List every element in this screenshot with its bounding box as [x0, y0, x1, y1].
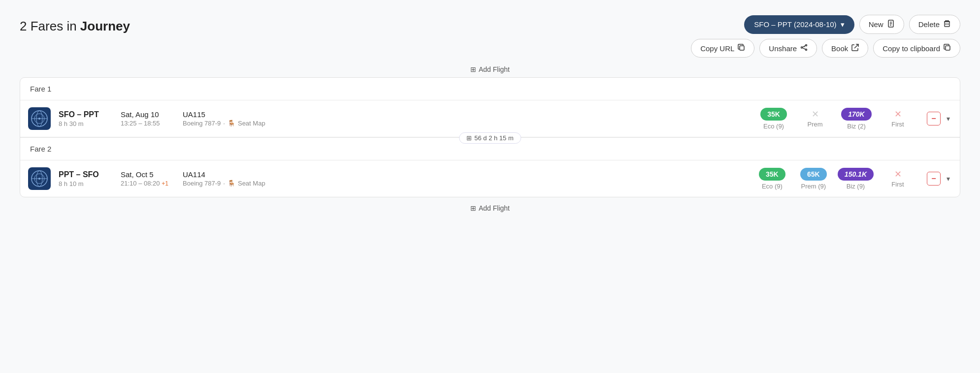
- new-label: New: [869, 20, 883, 29]
- fare-2-eco: 35K Eco (9): [755, 168, 789, 190]
- add-flight-top: ⊞ Add Flight: [20, 65, 960, 73]
- fare-1-row: SFO – PPT 8 h 30 m Sat, Aug 10 13:25 – 1…: [20, 100, 960, 137]
- journey-selector-button[interactable]: SFO – PPT (2024-08-10) ▾: [744, 15, 854, 34]
- fare-2-first-unavailable-icon: ✕: [894, 170, 902, 179]
- new-icon: [887, 20, 895, 29]
- fare-1-first-unavailable-icon: ✕: [894, 110, 902, 119]
- svg-line-14: [854, 44, 858, 48]
- svg-rect-4: [945, 22, 949, 27]
- fare-2-remove-button[interactable]: −: [927, 172, 941, 186]
- flight-1-date: Sat, Aug 10 13:25 – 18:55: [121, 110, 175, 127]
- copy-clipboard-button[interactable]: Copy to clipboard: [873, 39, 960, 58]
- time-gap-bubble: ⊞ 56 d 2 h 15 m: [459, 132, 521, 144]
- unshare-button[interactable]: Unshare: [759, 39, 817, 58]
- fare-2-classes: 35K Eco (9) 65K Prem (9) 150.1K Biz (9) …: [755, 168, 915, 190]
- fare-1-biz-label: Biz (2): [847, 123, 866, 130]
- separator-dot-2: ·: [223, 180, 225, 187]
- copy-url-button[interactable]: Copy URL: [691, 39, 754, 58]
- flight-2-route: PPT – SFO: [59, 170, 113, 179]
- fare-1-expand-button[interactable]: ▾: [945, 113, 952, 124]
- journey-selector-label: SFO – PPT (2024-08-10): [754, 20, 836, 29]
- flight-2-time-plus: +1: [162, 180, 168, 187]
- book-button[interactable]: Book: [822, 39, 868, 58]
- fare-2-row: PPT – SFO 8 h 10 m Sat, Oct 5 21:10 – 08…: [20, 160, 960, 197]
- copy-url-icon: [738, 44, 745, 53]
- add-flight-top-label: Add Flight: [479, 65, 510, 73]
- fare-1-first: ✕ First: [881, 110, 915, 128]
- delete-button[interactable]: Delete: [909, 15, 960, 34]
- seat-icon-1: 🪑: [228, 120, 235, 127]
- flight-1-time-value: 13:25 – 18:55: [121, 120, 160, 127]
- fare-2-biz: 150.1K Biz (9): [838, 168, 874, 190]
- fare-2-eco-label: Eco (9): [762, 183, 783, 190]
- fare-1-remove-button[interactable]: −: [927, 112, 941, 125]
- new-button[interactable]: New: [859, 15, 904, 34]
- flight-2-info: PPT – SFO 8 h 10 m: [59, 170, 113, 187]
- flight-2-aircraft: Boeing 787-9 · 🪑 Seat Map: [183, 180, 747, 187]
- svg-point-8: [806, 45, 807, 46]
- copy-clipboard-icon: [944, 44, 951, 53]
- fare-2-first-label: First: [891, 181, 904, 188]
- flight-1-duration: 8 h 30 m: [59, 120, 113, 127]
- flight-1-time: 13:25 – 18:55: [121, 120, 175, 127]
- time-gap-value: 56 d 2 h 15 m: [474, 134, 514, 142]
- fare-2-expand-button[interactable]: ▾: [945, 173, 952, 185]
- fare-2-biz-badge: 150.1K: [838, 168, 874, 181]
- fare-2-prem: 65K Prem (9): [796, 168, 831, 190]
- flight-1-number: UA115: [183, 110, 749, 119]
- secondary-actions-row: Copy URL Unshare: [691, 39, 960, 58]
- book-icon: [851, 44, 859, 53]
- chevron-down-icon: ▾: [841, 20, 845, 29]
- flight-2-number-block: UA114 Boeing 787-9 · 🪑 Seat Map: [183, 170, 747, 187]
- copy-clipboard-label: Copy to clipboard: [882, 44, 940, 53]
- fare-1-first-label: First: [891, 121, 904, 128]
- primary-actions-row: SFO – PPT (2024-08-10) ▾ New Delete: [744, 15, 960, 34]
- chevron-down-icon-1: ▾: [947, 115, 950, 123]
- svg-point-20: [38, 118, 40, 120]
- fare-1-header: Fare 1: [20, 78, 960, 100]
- fare-1-classes: 35K Eco (9) ✕ Prem 170K Biz (2) ✕ First: [756, 108, 915, 130]
- svg-rect-7: [740, 46, 744, 50]
- book-label: Book: [831, 44, 848, 53]
- add-flight-top-button[interactable]: ⊞ Add Flight: [470, 65, 510, 73]
- add-flight-bottom-label: Add Flight: [479, 204, 510, 212]
- seat-map-link-1[interactable]: Seat Map: [238, 120, 265, 127]
- seat-icon-2: 🪑: [228, 180, 235, 187]
- svg-line-13: [804, 46, 805, 48]
- title-bold: Journey: [80, 19, 130, 33]
- seat-map-label-2: Seat Map: [238, 180, 265, 187]
- svg-line-12: [803, 48, 806, 49]
- page-title: 2 Fares in Journey: [20, 19, 130, 34]
- plus-square-icon: ⊞: [470, 65, 476, 73]
- flight-2-date: Sat, Oct 5 21:10 – 08:20 +1: [121, 170, 175, 187]
- svg-point-10: [801, 47, 803, 48]
- fare-1-eco-badge: 35K: [760, 108, 787, 121]
- add-flight-bottom-button[interactable]: ⊞ Add Flight: [470, 204, 510, 212]
- fare-2-first: ✕ First: [881, 170, 915, 188]
- top-right-actions: SFO – PPT (2024-08-10) ▾ New Delete: [691, 15, 960, 58]
- minus-icon-2: −: [931, 174, 936, 183]
- fare-1-eco: 35K Eco (9): [756, 108, 791, 130]
- flight-1-number-block: UA115 Boeing 787-9 · 🪑 Seat Map: [183, 110, 749, 127]
- fare-count: 2: [20, 19, 27, 33]
- fare-1-header-label: Fare 1: [30, 85, 51, 93]
- flight-2-duration: 8 h 10 m: [59, 180, 113, 187]
- flight-1-info: SFO – PPT 8 h 30 m: [59, 110, 113, 127]
- fare-2-biz-label: Biz (9): [847, 183, 865, 190]
- airline-logo-2: [28, 167, 51, 190]
- chevron-down-icon-2: ▾: [947, 175, 950, 183]
- fare-1-prem-label: Prem: [807, 121, 822, 128]
- unshare-icon: [800, 44, 808, 53]
- plus-square-bottom-icon: ⊞: [470, 204, 476, 212]
- fare-1-prem: ✕ Prem: [798, 110, 832, 128]
- flight-1-aircraft: Boeing 787-9 · 🪑 Seat Map: [183, 120, 749, 127]
- fare-2-eco-badge: 35K: [759, 168, 785, 181]
- seat-map-link-2[interactable]: Seat Map: [238, 180, 265, 187]
- svg-rect-15: [946, 46, 950, 50]
- delete-icon: [943, 20, 951, 29]
- unshare-label: Unshare: [769, 44, 797, 53]
- flight-1-aircraft-type: Boeing 787-9: [183, 120, 221, 127]
- fare-1-biz: 170K Biz (2): [839, 108, 874, 130]
- flight-1-route: SFO – PPT: [59, 110, 113, 119]
- top-bar: 2 Fares in Journey SFO – PPT (2024-08-10…: [20, 15, 960, 58]
